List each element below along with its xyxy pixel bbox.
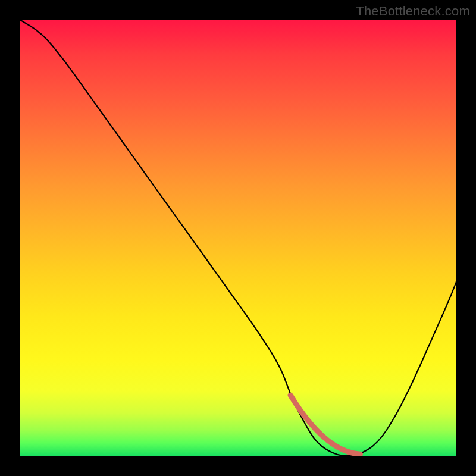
highlight-band <box>290 395 360 454</box>
curve-layer <box>20 20 456 456</box>
chart-frame: TheBottleneck.com <box>0 0 476 476</box>
watermark-text: TheBottleneck.com <box>356 4 470 19</box>
bottleneck-curve <box>20 20 456 456</box>
plot-area <box>20 20 456 456</box>
